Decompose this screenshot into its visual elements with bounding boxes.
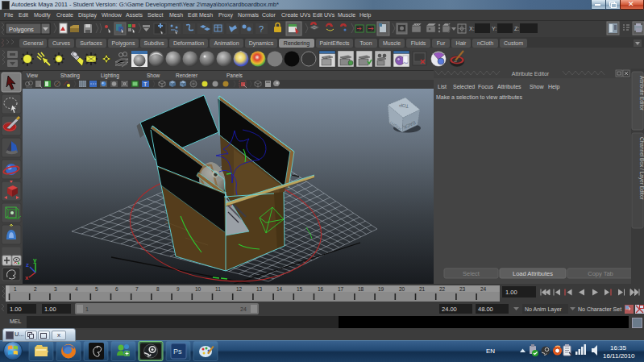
svg-text:Selected: Selected xyxy=(453,84,475,89)
svg-text:?: ? xyxy=(259,24,264,34)
svg-text:PaintEffects: PaintEffects xyxy=(319,40,350,46)
svg-text:21: 21 xyxy=(419,286,426,292)
svg-text:Hair: Hair xyxy=(456,40,467,46)
svg-text:23: 23 xyxy=(459,286,466,292)
svg-text:17: 17 xyxy=(338,286,344,292)
svg-text:5: 5 xyxy=(95,286,98,292)
svg-text:9: 9 xyxy=(177,286,180,292)
svg-text:3: 3 xyxy=(54,286,57,292)
svg-text:Fur: Fur xyxy=(437,40,446,46)
svg-text:Surfaces: Surfaces xyxy=(80,40,102,46)
svg-text:Dynamics: Dynamics xyxy=(249,40,274,47)
svg-text:T: T xyxy=(143,81,147,87)
svg-text:Focus: Focus xyxy=(478,84,494,89)
svg-text:24: 24 xyxy=(240,306,247,312)
svg-text:Load Attributes: Load Attributes xyxy=(513,270,553,277)
svg-text:Ps: Ps xyxy=(173,347,182,356)
svg-text:14: 14 xyxy=(276,286,283,292)
svg-text:1.00: 1.00 xyxy=(44,306,56,313)
svg-text:1.00: 1.00 xyxy=(10,306,22,313)
svg-text:8: 8 xyxy=(156,286,160,292)
svg-text:z: z xyxy=(26,261,29,268)
svg-text:6: 6 xyxy=(115,286,118,292)
svg-text:Select: Select xyxy=(463,270,480,277)
svg-text:16/11/2010: 16/11/2010 xyxy=(603,352,635,360)
svg-text:11: 11 xyxy=(215,286,221,292)
svg-text:Channel Box / Layer Editor: Channel Box / Layer Editor xyxy=(638,137,644,201)
svg-text:y: y xyxy=(33,256,37,264)
svg-text:nCloth: nCloth xyxy=(477,40,493,46)
svg-text:1: 1 xyxy=(85,306,89,312)
svg-text:List: List xyxy=(438,84,447,89)
svg-text:10: 10 xyxy=(195,286,202,292)
svg-text:Y:: Y: xyxy=(492,26,497,31)
svg-text:4: 4 xyxy=(75,286,78,292)
svg-text:x: x xyxy=(25,274,29,281)
svg-text:1: 1 xyxy=(14,286,17,292)
svg-text:..: .. xyxy=(126,52,128,57)
svg-text:Z:: Z: xyxy=(514,26,519,31)
svg-text:General: General xyxy=(23,40,44,46)
svg-text:19: 19 xyxy=(378,286,384,292)
svg-text:1.00: 1.00 xyxy=(505,289,517,296)
svg-text:Attribute Editor: Attribute Editor xyxy=(512,71,550,77)
svg-text:Attributes: Attributes xyxy=(497,84,521,89)
svg-text:48.00: 48.00 xyxy=(478,306,493,313)
svg-text:X:: X: xyxy=(469,26,475,31)
svg-text:Animation: Animation xyxy=(214,40,239,46)
svg-text:Deformation: Deformation xyxy=(173,40,204,46)
svg-text:Copy Tab: Copy Tab xyxy=(588,270,613,277)
svg-text:Show: Show xyxy=(530,84,544,89)
svg-text:Muscle: Muscle xyxy=(383,40,401,46)
svg-text:EN: EN xyxy=(486,347,495,355)
svg-text:Make a selection to view attri: Make a selection to view attributes xyxy=(436,94,522,100)
svg-text:24.00: 24.00 xyxy=(442,306,457,313)
svg-text:Fluids: Fluids xyxy=(411,40,426,46)
svg-text:18: 18 xyxy=(358,286,364,292)
svg-text:7: 7 xyxy=(135,286,139,292)
svg-text:2: 2 xyxy=(34,286,37,292)
svg-text:16:35: 16:35 xyxy=(610,344,627,352)
svg-text:16: 16 xyxy=(318,286,324,292)
svg-text:15: 15 xyxy=(297,286,303,292)
svg-text:Rendering: Rendering xyxy=(284,40,310,47)
svg-text:Subdivs: Subdivs xyxy=(144,40,164,46)
svg-text:20: 20 xyxy=(399,286,405,292)
svg-text:24: 24 xyxy=(480,286,487,292)
svg-text:Polygons: Polygons xyxy=(112,40,135,47)
svg-text:Attribute Editor: Attribute Editor xyxy=(639,76,644,111)
svg-text:No Character Set: No Character Set xyxy=(578,306,621,312)
svg-text:Toon: Toon xyxy=(359,40,372,46)
svg-text:12: 12 xyxy=(236,286,243,292)
svg-text:Help: Help xyxy=(548,84,560,90)
svg-text:22: 22 xyxy=(439,286,446,292)
svg-text:Curves: Curves xyxy=(52,40,71,46)
svg-text:Polygons: Polygons xyxy=(9,26,34,33)
svg-text:No Anim Layer: No Anim Layer xyxy=(525,306,563,313)
svg-text:13: 13 xyxy=(256,286,263,292)
svg-text:Custom: Custom xyxy=(504,40,523,46)
